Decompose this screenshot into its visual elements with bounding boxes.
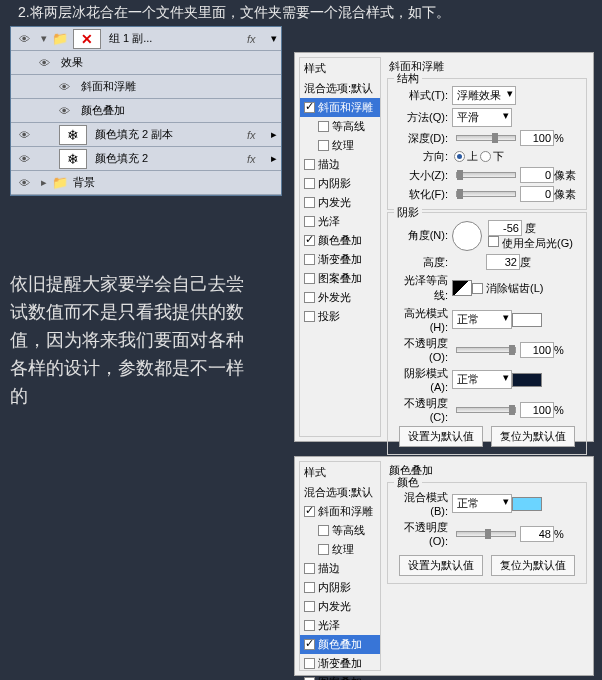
checkbox[interactable] [318, 525, 329, 536]
style-item[interactable]: 斜面和浮雕 [300, 502, 380, 521]
style-item-bevel[interactable]: 斜面和浮雕 [300, 98, 380, 117]
fx-toggle[interactable]: ▾ [267, 32, 281, 45]
checkbox[interactable] [304, 292, 315, 303]
style-select[interactable]: 浮雕效果 [452, 86, 516, 105]
style-item[interactable]: 内发光 [300, 597, 380, 616]
radio-up[interactable] [454, 151, 465, 162]
checkbox[interactable] [304, 563, 315, 574]
style-item[interactable]: 图案叠加 [300, 673, 380, 680]
style-item[interactable]: 光泽 [300, 616, 380, 635]
altitude-input[interactable]: 32 [486, 254, 520, 270]
layer-row-group[interactable]: 👁 ▾ 📁 ✕ 组 1 副... fx ▾ [11, 27, 281, 51]
disclosure-arrow[interactable]: ▸ [37, 176, 51, 189]
style-item[interactable]: 渐变叠加 [300, 250, 380, 269]
visibility-icon[interactable]: 👁 [11, 153, 37, 165]
highlight-select[interactable]: 正常 [452, 310, 512, 329]
checkbox[interactable] [304, 582, 315, 593]
style-item[interactable]: 描边 [300, 155, 380, 174]
layer-row-fill2copy[interactable]: 👁 ❄ 颜色填充 2 副本 fx ▸ [11, 123, 281, 147]
layer-row-bevel[interactable]: 👁 斜面和浮雕 [11, 75, 281, 99]
set-default-button[interactable]: 设置为默认值 [399, 555, 483, 576]
soften-input[interactable]: 0 [520, 186, 554, 202]
hl-opacity-input[interactable]: 100 [520, 342, 554, 358]
method-select[interactable]: 平滑 [452, 108, 512, 127]
reset-default-button[interactable]: 复位为默认值 [491, 426, 575, 447]
fx-badge[interactable]: fx [247, 129, 267, 141]
antialias-checkbox[interactable] [472, 283, 483, 294]
disclosure-arrow[interactable]: ▾ [37, 32, 51, 45]
checkbox[interactable] [304, 235, 315, 246]
checkbox[interactable] [318, 140, 329, 151]
style-item[interactable]: 渐变叠加 [300, 654, 380, 673]
style-item[interactable]: 混合选项:默认 [300, 79, 380, 98]
visibility-icon[interactable]: 👁 [11, 177, 37, 189]
shadow-select[interactable]: 正常 [452, 370, 512, 389]
style-item[interactable]: 图案叠加 [300, 269, 380, 288]
checkbox[interactable] [304, 197, 315, 208]
style-item-coloroverlay[interactable]: 颜色叠加 [300, 635, 380, 654]
checkbox[interactable] [304, 658, 315, 669]
layer-style-dialog-bevel: 样式 混合选项:默认 斜面和浮雕 等高线 纹理 描边 内阴影 内发光 光泽 颜色… [294, 52, 594, 442]
style-item[interactable]: 投影 [300, 307, 380, 326]
reset-default-button[interactable]: 复位为默认值 [491, 555, 575, 576]
shadow-color[interactable] [512, 373, 542, 387]
style-item[interactable]: 等高线 [300, 117, 380, 136]
size-slider[interactable] [456, 172, 516, 178]
style-item[interactable]: 描边 [300, 559, 380, 578]
radio-down[interactable] [480, 151, 491, 162]
layer-row-overlay[interactable]: 👁 颜色叠加 [11, 99, 281, 123]
style-item[interactable]: 内阴影 [300, 578, 380, 597]
fx-toggle[interactable]: ▸ [267, 128, 281, 141]
checkbox[interactable] [304, 254, 315, 265]
style-item[interactable]: 混合选项:默认 [300, 483, 380, 502]
layer-row-fill2[interactable]: 👁 ❄ 颜色填充 2 fx ▸ [11, 147, 281, 171]
checkbox[interactable] [318, 544, 329, 555]
checkbox[interactable] [304, 159, 315, 170]
style-item[interactable]: 颜色叠加 [300, 231, 380, 250]
fx-badge[interactable]: fx [247, 33, 267, 45]
fx-toggle[interactable]: ▸ [267, 152, 281, 165]
visibility-icon[interactable]: 👁 [51, 105, 77, 117]
checkbox[interactable] [304, 102, 315, 113]
checkbox[interactable] [304, 506, 315, 517]
style-item[interactable]: 光泽 [300, 212, 380, 231]
highlight-color[interactable] [512, 313, 542, 327]
opacity-slider[interactable] [456, 531, 516, 537]
angle-input[interactable]: -56 [488, 220, 522, 236]
style-item[interactable]: 内发光 [300, 193, 380, 212]
checkbox[interactable] [304, 601, 315, 612]
sh-opacity-input[interactable]: 100 [520, 402, 554, 418]
depth-input[interactable]: 100 [520, 130, 554, 146]
style-item[interactable]: 纹理 [300, 136, 380, 155]
checkbox[interactable] [304, 639, 315, 650]
angle-dial[interactable] [452, 221, 482, 251]
checkbox[interactable] [304, 311, 315, 322]
checkbox[interactable] [318, 121, 329, 132]
style-item[interactable]: 纹理 [300, 540, 380, 559]
set-default-button[interactable]: 设置为默认值 [399, 426, 483, 447]
global-light-checkbox[interactable] [488, 236, 499, 247]
sh-opacity-slider[interactable] [456, 407, 516, 413]
checkbox[interactable] [304, 216, 315, 227]
blend-select[interactable]: 正常 [452, 494, 512, 513]
style-item[interactable]: 等高线 [300, 521, 380, 540]
soften-slider[interactable] [456, 191, 516, 197]
overlay-color[interactable] [512, 497, 542, 511]
checkbox[interactable] [304, 178, 315, 189]
visibility-icon[interactable]: 👁 [11, 33, 37, 45]
visibility-icon[interactable]: 👁 [51, 81, 77, 93]
size-input[interactable]: 0 [520, 167, 554, 183]
gloss-contour[interactable] [452, 280, 472, 296]
checkbox[interactable] [304, 273, 315, 284]
style-item[interactable]: 外发光 [300, 288, 380, 307]
opacity-input[interactable]: 48 [520, 526, 554, 542]
layer-row-effects[interactable]: 👁 效果 [11, 51, 281, 75]
depth-slider[interactable] [456, 135, 516, 141]
hl-opacity-slider[interactable] [456, 347, 516, 353]
checkbox[interactable] [304, 620, 315, 631]
style-item[interactable]: 内阴影 [300, 174, 380, 193]
layer-row-bg[interactable]: 👁 ▸ 📁 背景 [11, 171, 281, 195]
fx-badge[interactable]: fx [247, 153, 267, 165]
visibility-icon[interactable]: 👁 [31, 57, 57, 69]
visibility-icon[interactable]: 👁 [11, 129, 37, 141]
